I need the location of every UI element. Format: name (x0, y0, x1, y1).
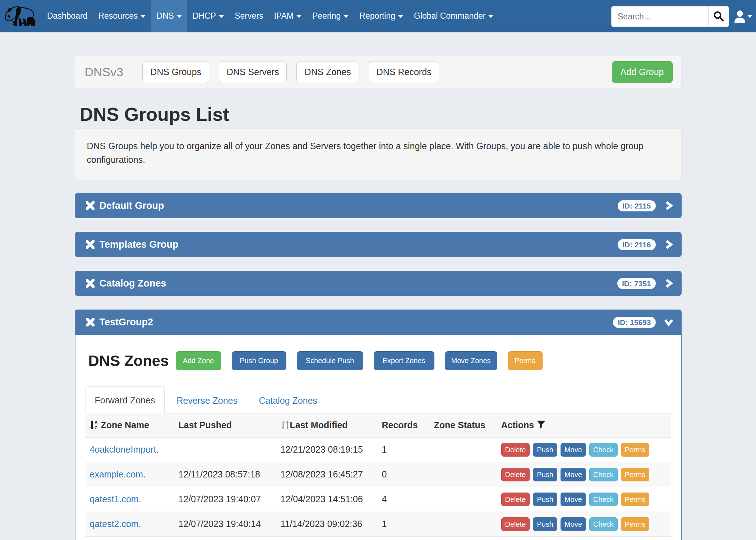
svg-text:A: A (94, 420, 98, 425)
svg-text:Z: Z (94, 425, 97, 430)
